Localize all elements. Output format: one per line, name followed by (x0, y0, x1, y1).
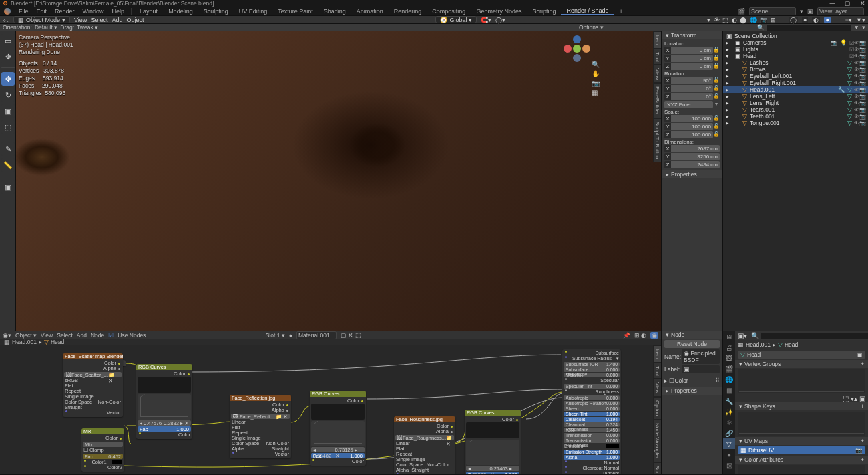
tool-add-cube[interactable]: ▣ (1, 180, 15, 194)
crumb-head001[interactable]: Head.001 (12, 339, 37, 345)
menu-object[interactable]: Object (126, 17, 144, 23)
menu-view[interactable]: View (74, 17, 87, 23)
loc-y[interactable]: 0 cm (671, 55, 713, 62)
zoom-icon[interactable]: 🔍 (592, 61, 600, 68)
use-nodes-check[interactable]: ☑ (108, 332, 114, 339)
tab-texpaint[interactable]: Texture Paint (272, 8, 318, 15)
ptab-world[interactable]: 🌐 (723, 374, 735, 385)
shader-ntab-tool[interactable]: Tool (653, 363, 661, 379)
tab-rendering[interactable]: Rendering (389, 8, 427, 15)
shader-view[interactable]: View (41, 332, 53, 339)
pin-icon[interactable]: 📌 (623, 332, 630, 339)
outliner-search-input[interactable] (767, 25, 851, 31)
menu-window[interactable]: Window (79, 8, 108, 15)
ptab-constraints[interactable]: 🔗 (723, 428, 735, 438)
nav-gizmo[interactable] (566, 35, 588, 57)
shading-solid[interactable]: ● (802, 17, 808, 23)
viewport-3d[interactable]: Camera Perspective (67) Head | Head.001 … (16, 31, 661, 331)
camera-toggle-icon[interactable]: 📷 (592, 80, 600, 87)
props-editor-icon[interactable]: ▣▾ (738, 332, 747, 339)
color-attr-list[interactable] (738, 465, 865, 474)
vg-tools[interactable]: ⬚ ▾▴ ▣ (843, 395, 865, 402)
rot-y[interactable]: 0° (671, 85, 713, 92)
dim-z[interactable]: 2484 cm (671, 161, 720, 168)
filter-icon[interactable]: ▼▾ (856, 17, 865, 23)
color-attributes-header[interactable]: ▾ Color Attributes+ (735, 456, 868, 464)
node-rgb-curves-3[interactable]: RGB Curves Color ◂ 0.383820.21403 ▸ ✕ Fa… (465, 410, 521, 474)
shader-ntab-stb[interactable]: Script To Button (653, 462, 661, 474)
scene-collection-row[interactable]: ▣Scene Collection (723, 33, 868, 39)
transform-header[interactable]: ▾ Transform (662, 31, 722, 39)
rot-z[interactable]: 0° (671, 93, 713, 100)
loc-x[interactable]: 0 cm (671, 47, 713, 54)
rot-mode[interactable]: XYZ Euler (664, 101, 713, 108)
tool-move[interactable]: ✥ (1, 72, 15, 86)
loc-z[interactable]: 0 cm (671, 63, 713, 70)
tool-select-box[interactable]: ▭ (1, 34, 15, 47)
tab-add[interactable]: + (614, 8, 628, 15)
tool-transform[interactable]: ⬚ (1, 120, 15, 134)
pan-icon[interactable]: ✋ (592, 70, 600, 77)
properties-toggle[interactable]: Properties (671, 387, 697, 394)
ptab-physics[interactable]: ⚛ (723, 417, 735, 428)
node-rgb-curves-1[interactable]: RGB Curves Color ◂ 0.475760.2833 ▸ ✕ Fac… (136, 364, 192, 439)
node-rgb-curves-2[interactable]: RGB Curves Color ◂ 0.584820.73125 ▸ ✕ Fa… (310, 391, 366, 466)
orientation-dropdown[interactable]: Default ▾ (35, 24, 57, 31)
shader-ntab-item[interactable]: Item (653, 345, 661, 363)
item-tongue[interactable]: ▸▽Tongue.001▽👁 📷 (723, 120, 868, 126)
lock-icon[interactable]: 🔓 (713, 47, 720, 54)
editor-type-icon[interactable]: ⬦▾ (3, 17, 9, 23)
menu-edit[interactable]: Edit (33, 8, 51, 15)
ptab-particles[interactable]: ✨ (723, 406, 735, 417)
node-label-field[interactable]: ▣ (682, 365, 720, 373)
ptab-material[interactable]: ● (723, 449, 735, 460)
data-head-row[interactable]: ▽ Head▣ (738, 351, 865, 359)
item-tears[interactable]: ▸▽Tears.001▽👁 📷 (723, 106, 868, 113)
menu-render[interactable]: Render (51, 8, 79, 15)
tab-geonodes[interactable]: Geometry Nodes (471, 8, 527, 15)
ptab-data[interactable]: ▽ (723, 438, 735, 449)
item-lens-l[interactable]: ▸▽Lens_Left▽👁 📷 (723, 93, 868, 100)
gizmo-x[interactable] (564, 45, 572, 53)
tool-cursor[interactable]: ✥ (1, 50, 15, 63)
gizmo-y[interactable] (573, 45, 581, 53)
tool-measure[interactable]: 📏 (1, 158, 15, 172)
snapping-icon[interactable]: ⊞ ◐ (634, 332, 646, 339)
item-lashes[interactable]: ▸▽Lashes▽👁 📷 (723, 59, 868, 66)
ntab-item[interactable]: Item (653, 31, 661, 49)
node-principled-bsdf[interactable]: Subsurface Subsurface Radius ▾ Subsurfac… (562, 349, 621, 474)
outliner-editor-icon[interactable]: ≡▾ (845, 17, 852, 23)
node-canvas[interactable]: Material.001 Face_Scatter map Blender.jp… (0, 345, 661, 474)
proportional-edit[interactable]: ◯▾ (495, 17, 505, 23)
vertex-groups-list[interactable] (738, 369, 865, 393)
properties-header[interactable]: ▸ Properties (662, 170, 722, 178)
item-lens-r[interactable]: ▸▽Lens_Right▽👁 📷 (723, 100, 868, 106)
color-panel[interactable]: Color (674, 377, 688, 384)
shading-matprev[interactable]: ◐ (812, 17, 820, 23)
shape-keys-header[interactable]: ▾ Shape Keys+ (735, 402, 868, 410)
gizmo-z[interactable] (573, 35, 581, 43)
tab-sculpting[interactable]: Sculpting (198, 8, 234, 15)
dim-y[interactable]: 3256 cm (671, 153, 720, 160)
cameras-collection[interactable]: ▸▣Cameras 📷 💡☑ 👁 📷 (723, 39, 868, 46)
shader-node[interactable]: Node (91, 332, 104, 339)
tab-uv[interactable]: UV Editing (234, 8, 273, 15)
ptab-output[interactable]: 🖨 (723, 342, 735, 353)
node-name-field[interactable]: ◉ Principled BSDF (682, 349, 720, 364)
menu-add[interactable]: Add (112, 17, 122, 23)
slot-dropdown[interactable]: Slot 1 ▾ (266, 332, 285, 339)
tool-rotate[interactable]: ↻ (1, 88, 15, 102)
scl-y[interactable]: 100.000 (671, 123, 713, 130)
crumb-head[interactable]: Head (51, 339, 64, 345)
props-search-input[interactable] (761, 333, 868, 339)
editor-type-icon[interactable]: ◉▾ (3, 332, 11, 339)
tab-layout[interactable]: Layout (134, 8, 163, 15)
item-head001[interactable]: ▸▽Head.001🔧 ▽👁 📷 (723, 86, 868, 93)
viewlayer-field[interactable]: ViewLayer (817, 7, 864, 15)
ptab-render[interactable]: 🖥 (723, 331, 735, 342)
orient-global[interactable]: 🧭 Global ▾ (435, 16, 477, 23)
tool-annotate[interactable]: ✎ (1, 142, 15, 156)
mode-dropdown[interactable]: ▦ Object Mode ▾ (13, 16, 70, 23)
shader-type[interactable]: Object ▾ (15, 332, 37, 339)
node-img-reflection[interactable]: Face_Reflection.jpg Color Alpha 🖼 Face_R… (230, 395, 291, 458)
